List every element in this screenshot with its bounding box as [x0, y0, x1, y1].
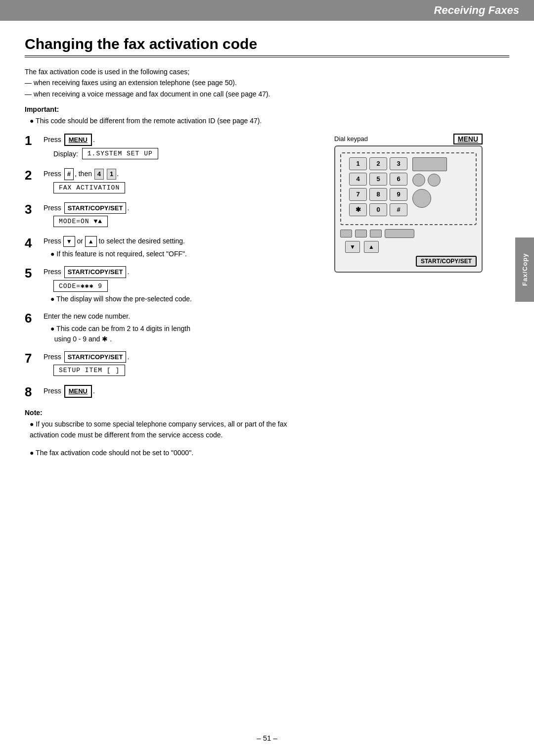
step-3-display: MODE=ON ▼▲: [53, 216, 298, 227]
side-tab: Fax/Copy: [515, 237, 534, 302]
bottom-arrow-row: ▼ ▲: [340, 241, 477, 253]
device-diagram-column: Dial keypad MENU 1 2 3: [308, 134, 509, 466]
key-5[interactable]: 5: [369, 173, 387, 186]
step-4-rest: to select the desired setting.: [97, 237, 185, 245]
ctrl-round-btn-1[interactable]: [412, 174, 425, 187]
step-content-2: Press #, then 4 1. FAX ACTIVATION: [44, 168, 298, 195]
device-screen: [412, 157, 447, 171]
controls-section: [412, 157, 472, 220]
step-7-lcd: SETUP ITEM [ ]: [53, 365, 125, 376]
start-btn-row: START/COPY/SET: [340, 256, 477, 267]
step-content-4: Press ▼ or ▲ to select the desired setti…: [44, 236, 298, 259]
step-7-display: SETUP ITEM [ ]: [53, 365, 298, 376]
start-copy-set-device-btn[interactable]: START/COPY/SET: [416, 256, 477, 267]
device-small-btn-2[interactable]: [355, 230, 367, 237]
keypad-section: 1 2 3 4 5 6 7 8 9 ✱: [345, 157, 407, 220]
step-5-press: Press: [44, 268, 63, 276]
device-small-btn-1[interactable]: [340, 230, 352, 237]
key-hash[interactable]: #: [390, 203, 407, 216]
step-8-menu-btn[interactable]: MENU: [64, 385, 92, 398]
step-7-start-btn[interactable]: START/COPY/SET: [64, 351, 127, 363]
step-4-text: Press ▼ or ▲ to select the desired setti…: [44, 236, 298, 247]
device-small-btn-3[interactable]: [370, 230, 382, 237]
step-6-sub: ● This code can be from 2 to 4 digits in…: [50, 324, 298, 344]
step-1-display: Display: 1.SYSTEM SET UP: [53, 148, 298, 159]
header-title: Receiving Faxes: [434, 4, 519, 16]
step-3-press: Press: [44, 204, 63, 212]
key-2[interactable]: 2: [369, 157, 387, 170]
step-number-3: 3: [25, 202, 44, 217]
ctrl-buttons-row2: [412, 189, 472, 208]
step-4-up-btn[interactable]: ▲: [85, 236, 97, 247]
step-number-4: 4: [25, 236, 44, 250]
step-8: 8 Press MENU.: [25, 385, 298, 400]
device-down-arrow[interactable]: ▼: [345, 241, 360, 253]
two-col-layout: 1 Press MENU. Display: 1.SYSTEM SET UP 2: [25, 134, 509, 466]
step-content-8: Press MENU.: [44, 385, 298, 400]
step-3: 3 Press START/COPY/SET. MODE=ON ▼▲: [25, 202, 298, 230]
page-header: Receiving Faxes: [0, 0, 534, 21]
device-long-btn[interactable]: [385, 229, 414, 238]
step-content-3: Press START/COPY/SET. MODE=ON ▼▲: [44, 202, 298, 230]
step-2-then: , then: [75, 170, 94, 178]
step-5-start-btn[interactable]: START/COPY/SET: [64, 266, 127, 278]
step-content-7: Press START/COPY/SET. SETUP ITEM [ ]: [44, 351, 298, 378]
step-1-press: Press: [44, 136, 63, 143]
key-7[interactable]: 7: [349, 188, 367, 201]
step-3-start-btn[interactable]: START/COPY/SET: [64, 202, 127, 214]
step-5-lcd: CODE=✱✱✱ 9: [53, 280, 108, 292]
step-4-sub-bullet: ● If this feature is not required, selec…: [50, 249, 298, 259]
key-0[interactable]: 0: [369, 203, 387, 216]
step-5-after: ● The display will show the pre-selected…: [50, 294, 298, 304]
step-4: 4 Press ▼ or ▲ to select the desired set…: [25, 236, 298, 259]
note-bullet-1: ● If you subscribe to some special telep…: [30, 419, 298, 441]
step-1-menu-btn[interactable]: MENU: [64, 134, 92, 146]
important-block: Important: ● This code should be differe…: [25, 105, 509, 126]
step-number-6: 6: [25, 311, 44, 326]
step-7-text: Press START/COPY/SET.: [44, 351, 298, 363]
key-star[interactable]: ✱: [349, 203, 367, 216]
step-number-5: 5: [25, 266, 44, 281]
step-4-or: or: [75, 237, 85, 245]
step-1: 1 Press MENU. Display: 1.SYSTEM SET UP: [25, 134, 298, 162]
step-content-1: Press MENU. Display: 1.SYSTEM SET UP: [44, 134, 298, 162]
device-frame: 1 2 3 4 5 6 7 8 9 ✱: [334, 145, 483, 273]
device-top-labels: Dial keypad MENU: [334, 134, 483, 144]
step-4-press: Press: [44, 237, 63, 245]
step-2: 2 Press #, then 4 1. FAX ACTIVATION: [25, 168, 298, 195]
step-1-text: Press MENU.: [44, 134, 298, 146]
key-8[interactable]: 8: [369, 188, 387, 201]
important-bullet: ● This code should be different from the…: [30, 115, 509, 126]
step-number-1: 1: [25, 134, 44, 148]
key-1[interactable]: 1: [349, 157, 367, 170]
step-8-text: Press MENU.: [44, 385, 298, 398]
page-number: – 51 –: [257, 734, 277, 742]
step-5: 5 Press START/COPY/SET. CODE=✱✱✱ 9 ● The…: [25, 266, 298, 304]
ctrl-buttons-row: [412, 174, 472, 187]
step-content-5: Press START/COPY/SET. CODE=✱✱✱ 9 ● The d…: [44, 266, 298, 304]
ctrl-round-btn-2[interactable]: [428, 174, 441, 187]
note-block: Note: ● If you subscribe to some special…: [25, 409, 298, 459]
step-8-press: Press: [44, 387, 63, 395]
key-9[interactable]: 9: [390, 188, 407, 201]
step-4-down-btn[interactable]: ▼: [63, 236, 75, 247]
device-up-arrow[interactable]: ▲: [364, 241, 379, 253]
key-6[interactable]: 6: [390, 173, 407, 186]
keypad-and-controls: 1 2 3 4 5 6 7 8 9 ✱: [345, 157, 472, 220]
intro-block: The fax activation code is used in the f…: [25, 66, 509, 99]
step-2-key4[interactable]: 4: [94, 169, 104, 180]
intro-line1: The fax activation code is used in the f…: [25, 66, 509, 77]
intro-line3: — when receiving a voice message and fax…: [25, 89, 509, 99]
important-label: Important:: [25, 105, 509, 113]
key-3[interactable]: 3: [390, 157, 407, 170]
step-2-display: FAX ACTIVATION: [53, 182, 298, 193]
step-2-press: Press: [44, 170, 63, 178]
step-2-hash-btn[interactable]: #: [64, 168, 74, 180]
step-2-key1[interactable]: 1: [107, 169, 116, 180]
ctrl-big-round-btn[interactable]: [412, 189, 431, 208]
key-4[interactable]: 4: [349, 173, 367, 186]
step-number-8: 8: [25, 385, 44, 399]
device-display-dashed: 1 2 3 4 5 6 7 8 9 ✱: [340, 152, 477, 225]
step-3-text: Press START/COPY/SET.: [44, 202, 298, 214]
steps-column: 1 Press MENU. Display: 1.SYSTEM SET UP 2: [25, 134, 298, 466]
